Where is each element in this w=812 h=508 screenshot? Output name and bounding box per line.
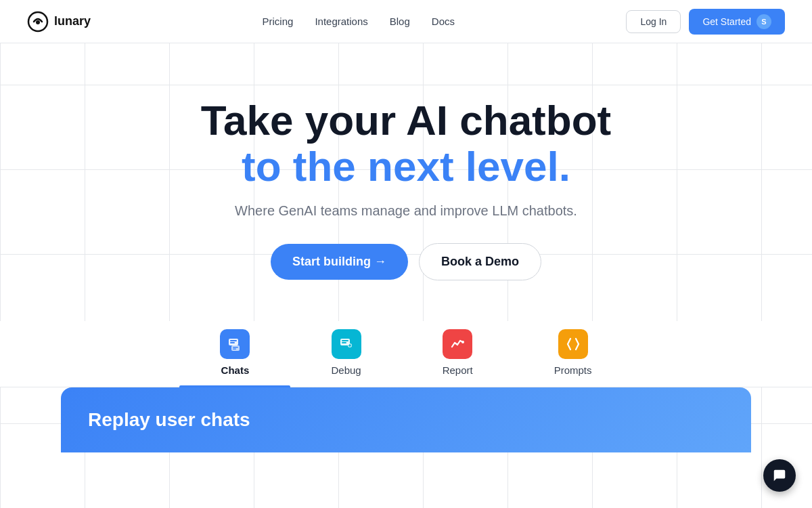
svg-rect-7 (233, 349, 236, 350)
debug-icon-wrapper (332, 329, 361, 359)
preview-card: Replay user chats (61, 387, 751, 452)
svg-rect-10 (342, 342, 346, 343)
hero-title-line1: Take your AI chatbot (201, 98, 611, 144)
nav-link-integrations[interactable]: Integrations (315, 16, 367, 27)
feature-tabs: Chats Debug Report (0, 321, 812, 387)
nav-actions: Log In Get Started S (626, 9, 785, 35)
prompts-icon (565, 336, 581, 352)
tab-debug[interactable]: Debug (290, 321, 401, 387)
hero-subtitle: Where GenAI teams manage and improve LLM… (235, 203, 577, 219)
book-demo-button[interactable]: Book a Demo (419, 243, 541, 280)
chats-icon (227, 336, 243, 352)
chat-support-button[interactable] (763, 459, 796, 492)
lunary-logo-icon (27, 11, 49, 33)
chat-support-icon (772, 468, 787, 483)
navbar: lunary Pricing Integrations Blog Docs Lo… (0, 0, 812, 43)
tab-report-label: Report (443, 364, 473, 376)
tab-report[interactable]: Report (402, 321, 514, 387)
get-started-button[interactable]: Get Started S (689, 9, 785, 35)
brand-name: lunary (54, 14, 91, 28)
report-icon-wrapper (443, 329, 472, 359)
user-avatar-badge: S (757, 14, 771, 29)
svg-point-12 (461, 341, 464, 343)
svg-rect-6 (233, 347, 238, 348)
nav-link-blog[interactable]: Blog (390, 16, 410, 27)
tab-chats-label: Chats (221, 364, 250, 376)
nav-links: Pricing Integrations Blog Docs (263, 16, 455, 27)
chats-icon-wrapper (220, 329, 250, 359)
debug-icon (338, 336, 355, 352)
hero-title-line2: to the next level. (242, 144, 570, 190)
prompts-icon-wrapper (558, 329, 588, 359)
tab-chats[interactable]: Chats (179, 321, 290, 387)
start-building-button[interactable]: Start building → (271, 244, 408, 280)
hero-buttons: Start building → Book a Demo (271, 243, 541, 280)
report-icon (449, 336, 466, 352)
svg-point-1 (36, 20, 40, 24)
svg-rect-3 (230, 340, 237, 341)
tab-debug-label: Debug (331, 364, 361, 376)
tab-prompts[interactable]: Prompts (514, 321, 633, 387)
preview-title: Replay user chats (88, 409, 724, 431)
svg-rect-5 (231, 345, 240, 351)
svg-rect-4 (230, 342, 235, 343)
nav-link-pricing[interactable]: Pricing (263, 16, 294, 27)
svg-rect-9 (342, 340, 348, 341)
hero-section: Take your AI chatbot to the next level. … (0, 43, 812, 321)
tab-prompts-label: Prompts (554, 364, 592, 376)
nav-link-docs[interactable]: Docs (432, 16, 455, 27)
login-button[interactable]: Log In (626, 10, 681, 33)
get-started-label: Get Started (702, 16, 751, 27)
nav-logo[interactable]: lunary (27, 11, 91, 33)
